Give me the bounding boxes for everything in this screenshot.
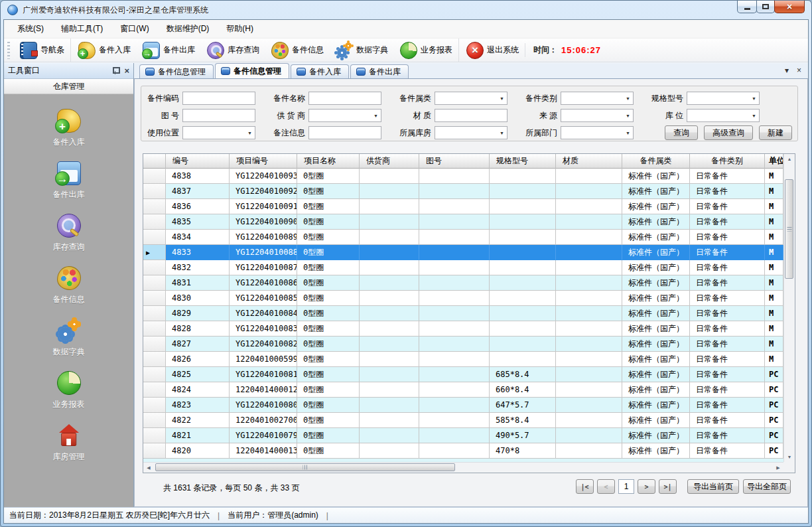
cell-no[interactable]: 4828 [166,321,230,337]
cell-no[interactable]: 4835 [166,214,230,230]
cell-project-no[interactable]: YG12204010082 [230,337,297,352]
cell-drawing-no[interactable] [419,428,490,443]
cell-unit[interactable]: M [765,245,783,260]
cell-project-no[interactable]: YG12204010088 [230,245,297,260]
row-indicator-cell[interactable]: ▶ [143,413,166,428]
row-indicator-cell[interactable]: ▶ [143,291,166,306]
column-header[interactable]: 材质 [556,154,622,169]
cell-material[interactable] [556,398,622,413]
cell-supplier[interactable] [360,306,419,321]
scroll-up-icon[interactable]: ▲ [784,154,795,164]
cell-supplier[interactable] [360,199,419,214]
cell-supplier[interactable] [360,382,419,398]
column-header[interactable]: 备件属类 [622,154,690,169]
cell-spec[interactable] [490,169,556,184]
parts-info-toolbar-button[interactable]: 备件信息 [265,38,330,62]
cell-project-no[interactable]: YG12204010092 [230,184,297,199]
cell-supplier[interactable] [360,275,419,291]
cell-unit[interactable]: M [765,169,783,184]
cell-material[interactable] [556,352,622,367]
cell-no[interactable]: 4822 [166,413,230,428]
cell-no[interactable]: 4825 [166,367,230,382]
cell-material[interactable] [556,245,622,260]
cell-category[interactable]: 标准件（国产） [622,367,690,382]
cell-spec[interactable]: 490*5.7 [490,428,556,443]
field-input[interactable]: ▼ [435,126,508,139]
cell-unit[interactable]: M [765,321,783,337]
cell-project-name[interactable]: 0型圈 [297,321,360,337]
cell-spec[interactable]: 685*8.4 [490,367,556,382]
row-indicator-cell[interactable]: ▶ [143,214,166,230]
cell-material[interactable] [556,260,622,275]
field-text-input[interactable] [183,110,255,121]
cell-no[interactable]: 4823 [166,398,230,413]
cell-supplier[interactable] [360,230,419,245]
data-dict-sidebar-item[interactable]: 数据字典 [53,319,85,358]
cell-unit[interactable]: M [765,214,783,230]
cell-drawing-no[interactable] [419,214,490,230]
cell-material[interactable] [556,443,622,459]
column-header[interactable]: 项目名称 [297,154,360,169]
table-row[interactable]: ▶ 4828 YG12204010083 0型圈 标准件（国产） 日 [143,321,783,337]
cell-project-no[interactable]: 1220401002700 [230,413,297,428]
cell-kind[interactable]: 日常备件 [690,245,765,260]
stock-query-toolbar-button[interactable]: 库存查询 [201,38,265,62]
cell-no[interactable]: 4831 [166,275,230,291]
cell-unit[interactable]: PC [765,382,783,398]
cell-material[interactable] [556,367,622,382]
first-page-button[interactable]: |< [576,479,594,494]
field-text-input[interactable] [561,93,623,104]
cell-project-no[interactable]: YG12204010084 [230,306,297,321]
sidebar-close-icon[interactable]: × [124,66,129,75]
table-row[interactable]: ▶ 4830 YG12204010085 0型圈 标准件（国产） 日 [143,291,783,306]
cell-project-no[interactable]: YG12204010081 [230,367,297,382]
cell-no[interactable]: 4829 [166,306,230,321]
cell-material[interactable] [556,199,622,214]
cell-no[interactable]: 4836 [166,199,230,214]
table-row[interactable]: ▶ 4829 YG12204010084 0型圈 标准件（国产） 日 [143,306,783,321]
cell-project-name[interactable]: 0型圈 [297,352,360,367]
cell-project-name[interactable]: 0型圈 [297,413,360,428]
tab[interactable]: 备件信息管理 [215,63,289,78]
scroll-left-icon[interactable]: ◀ [143,463,154,473]
cell-no[interactable]: 4837 [166,184,230,199]
cell-spec[interactable]: 647*5.7 [490,398,556,413]
cell-category[interactable]: 标准件（国产） [622,352,690,367]
row-indicator-cell[interactable]: ▶ [143,321,166,337]
horizontal-scrollbar[interactable]: ◀ ▶ [143,462,783,473]
cell-project-name[interactable]: 0型圈 [297,245,360,260]
combo-arrow-icon[interactable]: ▼ [749,113,759,118]
cell-kind[interactable]: 日常备件 [690,230,765,245]
cell-project-name[interactable]: 0型圈 [297,260,360,275]
cell-project-name[interactable]: 0型圈 [297,214,360,230]
sidebar-group-header[interactable]: 仓库管理 [4,79,133,94]
menu-item[interactable]: 数据维护(D) [167,23,210,35]
column-header[interactable]: 供货商 [360,154,419,169]
row-indicator-cell[interactable]: ▶ [143,352,166,367]
cell-drawing-no[interactable] [419,382,490,398]
field-input[interactable]: ▼ [435,92,508,105]
cell-project-no[interactable]: YG12204010083 [230,321,297,337]
prev-page-button[interactable]: < [597,479,615,494]
cell-project-no[interactable]: YG12204010079 [230,428,297,443]
cell-category[interactable]: 标准件（国产） [622,260,690,275]
cell-category[interactable]: 标准件（国产） [622,245,690,260]
field-input[interactable]: ▼ [182,109,255,122]
cell-spec[interactable] [490,214,556,230]
cell-category[interactable]: 标准件（国产） [622,169,690,184]
tab-close-icon[interactable]: × [797,66,801,75]
cell-project-name[interactable]: 0型圈 [297,306,360,321]
cell-drawing-no[interactable] [419,199,490,214]
table-row[interactable]: ▶ 4836 YG12204010091 0型圈 标准件（国产） 日 [143,199,783,214]
field-text-input[interactable] [183,93,255,104]
tab[interactable]: 备件信息管理 [139,64,214,78]
cell-category[interactable]: 标准件（国产） [622,413,690,428]
combo-arrow-icon[interactable]: ▼ [623,131,633,135]
table-row[interactable]: ▶ 4834 YG12204010089 0型圈 标准件（国产） 日 [143,230,783,245]
cell-category[interactable]: 标准件（国产） [622,337,690,352]
cell-project-name[interactable]: 0型圈 [297,291,360,306]
combo-arrow-icon[interactable]: ▼ [623,113,633,118]
cell-supplier[interactable] [360,184,419,199]
table-row[interactable]: ▶ 4838 YG12204010093 0型圈 标准件（国产） 日 [143,169,783,184]
table-row[interactable]: ▶ 4823 YG12204010080 0型圈 647*5.7 标准件（国产） [143,398,783,413]
